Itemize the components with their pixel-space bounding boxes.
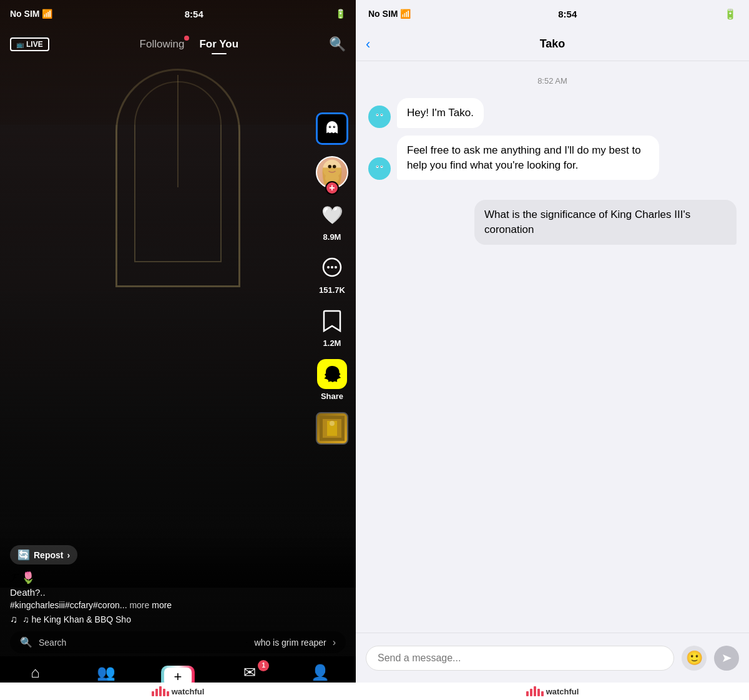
repost-button[interactable]: 🔄 Repost › (10, 545, 77, 564)
search-magnify-icon: 🔍 (20, 636, 32, 648)
svg-point-22 (377, 114, 378, 115)
search-bar[interactable]: 🔍 Search · who is grim reaper › (10, 631, 346, 653)
carrier-wifi-right: No SIM 📶 (368, 9, 411, 19)
inbox-badge: 1 (258, 660, 269, 671)
user-icon-2: 🌷 (21, 571, 35, 584)
creator-avatar[interactable] (316, 112, 348, 145)
emoji-icon: 🙂 (686, 650, 703, 666)
back-button[interactable]: ‹ (366, 36, 370, 52)
message-bubble-2: Feel free to ask me anything and I'll do… (397, 136, 659, 180)
bar-2 (155, 689, 158, 696)
follow-avatar[interactable]: + (316, 156, 348, 189)
comment-count: 151.7K (319, 285, 345, 295)
video-tags: #kingcharlesiii#ccfary#coron... more mor… (10, 600, 306, 610)
chat-title: Tako (540, 37, 565, 51)
following-dot (184, 36, 189, 41)
repost-icon: 🔄 (17, 549, 30, 561)
battery-icon-right: 🔋 (724, 8, 737, 20)
chat-body: 8:52 AM Hey! I'm Tako. (356, 61, 749, 633)
more-text[interactable]: more (152, 600, 172, 610)
chat-timestamp: 8:52 AM (368, 76, 737, 86)
svg-point-17 (330, 421, 335, 426)
tako-avatar-1 (368, 106, 391, 128)
save-button[interactable]: 1.2M (317, 306, 347, 348)
send-icon (720, 652, 733, 664)
rbar-1 (526, 691, 529, 696)
search-icon-nav[interactable]: 🔍 (329, 36, 346, 52)
message-text-3: What is the significance of King Charles… (484, 209, 690, 235)
chat-header: ‹ Tako (356, 27, 749, 61)
right-controls: + 🤍 8.9M 151.7K (316, 112, 348, 445)
comment-icon (317, 253, 347, 283)
rbar-5 (541, 691, 544, 696)
mini-thumbnail[interactable] (316, 412, 348, 445)
carrier-left: No SIM (10, 9, 39, 19)
share-button[interactable]: Share (317, 359, 347, 401)
chat-input-area: 🙂 (356, 633, 749, 683)
music-title: ♫ he King Khan & BBQ Sho (22, 614, 131, 624)
battery-left: 🔋 (335, 9, 346, 19)
profile-icon: 👤 (311, 664, 330, 681)
emoji-button[interactable]: 🙂 (682, 646, 707, 671)
heart-icon: 🤍 (317, 200, 347, 230)
message-row-3: What is the significance of King Charles… (368, 200, 737, 245)
nav-tabs: Following For You (140, 38, 238, 51)
like-button[interactable]: 🤍 8.9M (317, 200, 347, 242)
inbox-icon: ✉ (243, 664, 256, 681)
message-text-1: Hey! I'm Tako. (407, 107, 474, 119)
bookmark-icon (317, 306, 347, 336)
svg-point-23 (381, 114, 383, 115)
bottom-overlay: 🔄 Repost › 𝓕 🌷 Death?.. #kingcharlesiii#… (10, 545, 306, 625)
save-count: 1.2M (323, 338, 341, 348)
wifi-icon-left: 📶 (42, 9, 52, 19)
watchful-bars-icon (152, 686, 169, 696)
rbar-4 (537, 689, 540, 696)
live-badge[interactable]: 📺 LIVE (10, 37, 49, 51)
carrier-right: No SIM (368, 9, 398, 19)
more-button[interactable]: more (129, 600, 149, 610)
battery-icon-left: 🔋 (335, 9, 346, 19)
bar-4 (163, 689, 165, 696)
svg-point-12 (331, 266, 333, 269)
svg-point-5 (334, 126, 335, 127)
watchful-text-right: watchful (546, 687, 579, 696)
watchful-logo-right: watchful (526, 686, 579, 696)
status-bar-left: No SIM 📶 8:54 🔋 (0, 0, 356, 27)
svg-point-9 (333, 165, 336, 169)
svg-point-29 (381, 166, 383, 167)
send-button[interactable] (714, 646, 739, 671)
message-input[interactable] (366, 646, 674, 671)
battery-right: 🔋 (724, 8, 737, 20)
music-note-icon: ♫ (10, 614, 17, 625)
tab-for-you[interactable]: For You (199, 38, 238, 51)
time-left: 8:54 (185, 9, 203, 19)
right-panel: No SIM 📶 8:54 🔋 ‹ Tako 8:52 AM (356, 0, 749, 700)
watchful-logo-left: watchful (152, 686, 205, 696)
search-chevron-icon: › (333, 637, 336, 648)
status-bar-right: No SIM 📶 8:54 🔋 (356, 0, 749, 27)
tako-avatar-2 (368, 157, 391, 180)
svg-point-4 (330, 126, 330, 127)
watchful-bars-icon-right (526, 686, 544, 696)
svg-point-13 (335, 266, 337, 269)
rbar-2 (530, 689, 532, 696)
like-count: 8.9M (323, 232, 341, 242)
music-info: ♫ ♫ he King Khan & BBQ Sho (10, 614, 306, 625)
search-bar-label: Search (39, 638, 239, 648)
comment-button[interactable]: 151.7K (317, 253, 347, 295)
watchful-bar-right: watchful (356, 683, 749, 700)
svg-point-8 (328, 165, 332, 169)
tab-following[interactable]: Following (140, 38, 185, 51)
user-icon-1: 𝓕 (10, 571, 18, 584)
follow-plus-button[interactable]: + (325, 181, 339, 195)
search-bar-query: who is grim reaper (255, 638, 326, 648)
bar-1 (152, 691, 154, 696)
svg-point-28 (377, 166, 378, 167)
carrier-wifi-left: No SIM 📶 (10, 9, 52, 19)
watchful-bar-left: watchful (0, 683, 356, 700)
wifi-icon-right: 📶 (400, 9, 411, 19)
message-text-2: Feel free to ask me anything and I'll do… (407, 144, 641, 171)
share-label: Share (321, 392, 343, 401)
home-icon: ⌂ (31, 664, 40, 681)
svg-point-11 (327, 266, 330, 269)
